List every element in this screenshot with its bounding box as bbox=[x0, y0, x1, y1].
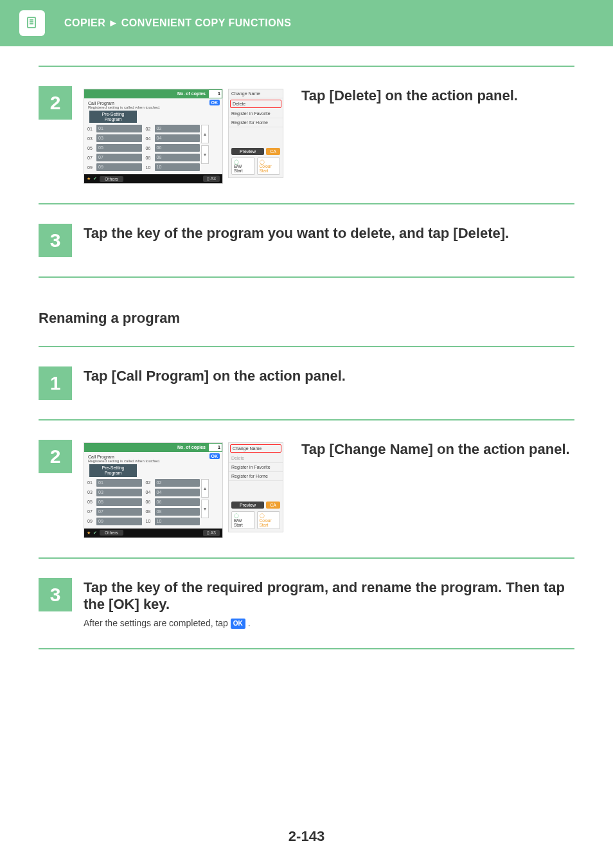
divider bbox=[39, 66, 574, 67]
ok-button[interactable]: OK bbox=[209, 100, 220, 105]
call-program-label: Call Program bbox=[88, 101, 207, 105]
star-icon[interactable]: ★ bbox=[87, 530, 91, 536]
action-register-home[interactable]: Register for Home bbox=[229, 118, 283, 127]
program-slot[interactable]: 07 bbox=[96, 508, 142, 516]
program-slot[interactable]: 04 bbox=[155, 489, 200, 496]
copies-value[interactable]: 1 bbox=[209, 90, 222, 98]
program-slot[interactable]: 08 bbox=[155, 508, 200, 516]
step-title: Tap [Call Program] on the action panel. bbox=[84, 368, 574, 384]
step-delete-3: 3 Tap the key of the program you want to… bbox=[39, 224, 574, 257]
presetting-program-button[interactable]: Pre-Setting Program bbox=[89, 111, 137, 123]
divider bbox=[39, 419, 574, 420]
ca-button[interactable]: CA bbox=[266, 148, 280, 155]
action-register-home[interactable]: Register for Home bbox=[229, 472, 283, 481]
scroll-down-icon[interactable]: ▼ bbox=[201, 145, 209, 164]
divider bbox=[39, 557, 574, 559]
action-delete[interactable]: Delete bbox=[230, 100, 281, 108]
program-slot[interactable]: 05 bbox=[96, 498, 142, 506]
page-number: 2-143 bbox=[0, 828, 613, 845]
program-slot[interactable]: 06 bbox=[155, 498, 200, 506]
step-badge: 1 bbox=[39, 366, 72, 400]
tray-indicator[interactable]: ▯ A3 bbox=[203, 530, 220, 536]
step-badge: 2 bbox=[39, 440, 72, 473]
step-badge: 3 bbox=[39, 224, 72, 257]
section-heading: Renaming a program bbox=[39, 310, 574, 327]
program-slot[interactable]: 05 bbox=[96, 144, 142, 152]
program-slot[interactable]: 03 bbox=[96, 489, 142, 496]
scroll-up-icon[interactable]: ▲ bbox=[201, 479, 209, 498]
program-slot[interactable]: 01 bbox=[96, 479, 142, 487]
header-bar: COPIER►CONVENIENT COPY FUNCTIONS bbox=[0, 0, 613, 46]
divider bbox=[39, 276, 574, 278]
program-slot[interactable]: 06 bbox=[155, 144, 200, 152]
others-button[interactable]: Others bbox=[100, 176, 123, 182]
program-slot[interactable]: 09 bbox=[96, 518, 142, 525]
bw-start-button[interactable]: ◯B/W Start bbox=[231, 511, 255, 529]
copies-value[interactable]: 1 bbox=[209, 444, 222, 451]
program-slot[interactable]: 01 bbox=[96, 125, 142, 132]
others-button[interactable]: Others bbox=[100, 530, 123, 536]
preview-button[interactable]: Preview bbox=[231, 148, 264, 155]
step-delete-2: 2 No. of copies 1 Call Program bbox=[39, 86, 574, 184]
divider bbox=[39, 346, 574, 347]
program-slot[interactable]: 02 bbox=[155, 479, 200, 487]
divider bbox=[39, 203, 574, 204]
colour-start-button[interactable]: ◯Colour Start bbox=[257, 511, 281, 529]
step-badge: 3 bbox=[39, 578, 72, 611]
call-program-desc: Registered setting is called when touche… bbox=[88, 459, 207, 463]
ca-button[interactable]: CA bbox=[266, 502, 280, 509]
step-title: Tap the key of the program you want to d… bbox=[84, 225, 574, 242]
action-change-name[interactable]: Change Name bbox=[230, 444, 281, 453]
call-program-desc: Registered setting is called when touche… bbox=[88, 105, 207, 109]
control-panel-screenshot: No. of copies 1 Call Program Registered … bbox=[84, 89, 283, 184]
step-desc: After the settings are completed, tap OK… bbox=[84, 618, 574, 629]
program-slot[interactable]: 02 bbox=[155, 125, 200, 132]
divider bbox=[39, 648, 574, 649]
colour-start-button[interactable]: ◯Colour Start bbox=[257, 158, 281, 175]
copies-label: No. of copies bbox=[84, 89, 208, 98]
action-change-name[interactable]: Change Name bbox=[229, 89, 283, 98]
check-icon[interactable]: ✔ bbox=[93, 176, 97, 181]
scroll-down-icon[interactable]: ▼ bbox=[201, 500, 209, 518]
control-panel-screenshot: No. of copies 1 Call Program Registered … bbox=[84, 442, 283, 538]
action-register-favorite[interactable]: Register in Favorite bbox=[229, 463, 283, 472]
breadcrumb: COPIER►CONVENIENT COPY FUNCTIONS bbox=[64, 17, 291, 29]
ok-inline-icon: OK bbox=[231, 619, 245, 629]
program-slot[interactable]: 09 bbox=[96, 163, 142, 171]
step-rename-3: 3 Tap the key of the required program, a… bbox=[39, 578, 574, 629]
copier-doc-icon bbox=[19, 10, 45, 36]
action-register-favorite[interactable]: Register in Favorite bbox=[229, 109, 283, 118]
step-rename-1: 1 Tap [Call Program] on the action panel… bbox=[39, 366, 574, 400]
scroll-up-icon[interactable]: ▲ bbox=[201, 125, 209, 143]
program-slot[interactable]: 07 bbox=[96, 154, 142, 161]
step-badge: 2 bbox=[39, 86, 72, 120]
preview-button[interactable]: Preview bbox=[231, 502, 264, 509]
check-icon[interactable]: ✔ bbox=[93, 530, 97, 536]
action-delete[interactable]: Delete bbox=[229, 454, 283, 463]
step-rename-2: 2 No. of copies 1 Call Program Registe bbox=[39, 440, 574, 538]
call-program-label: Call Program bbox=[88, 455, 207, 459]
presetting-program-button[interactable]: Pre-Setting Program bbox=[89, 464, 137, 476]
program-slot[interactable]: 10 bbox=[155, 163, 200, 171]
ok-button[interactable]: OK bbox=[209, 453, 220, 459]
tray-indicator[interactable]: ▯ A3 bbox=[203, 176, 220, 182]
crumb-section[interactable]: COPIER bbox=[64, 17, 105, 28]
star-icon[interactable]: ★ bbox=[87, 176, 91, 181]
step-title: Tap the key of the required program, and… bbox=[84, 579, 574, 613]
copies-label: No. of copies bbox=[84, 443, 208, 452]
program-slot[interactable]: 08 bbox=[155, 154, 200, 161]
program-slot[interactable]: 03 bbox=[96, 134, 142, 142]
crumb-subsection[interactable]: CONVENIENT COPY FUNCTIONS bbox=[121, 17, 292, 28]
bw-start-button[interactable]: ◯B/W Start bbox=[231, 158, 255, 175]
program-slot[interactable]: 10 bbox=[155, 518, 200, 525]
program-slot[interactable]: 04 bbox=[155, 134, 200, 142]
